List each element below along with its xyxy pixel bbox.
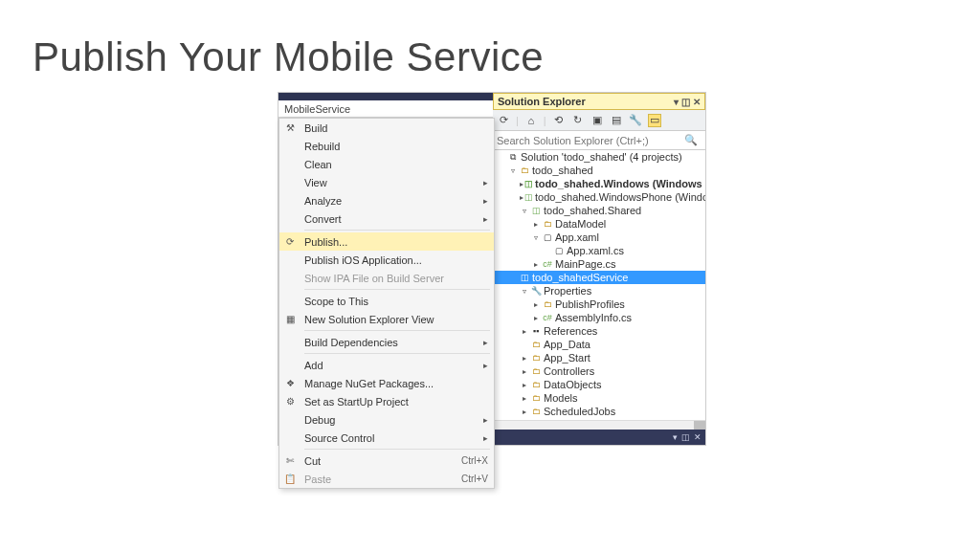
expand-icon[interactable]: ▸ (520, 354, 529, 363)
menu-item[interactable]: View▸ (279, 173, 494, 191)
menu-item[interactable]: ⚒Build (279, 119, 494, 137)
menu-item[interactable]: Convert▸ (279, 209, 494, 228)
menu-item[interactable]: ⚙Set as StartUp Project (279, 392, 494, 410)
submenu-arrow-icon: ▸ (483, 361, 488, 370)
tree-row[interactable]: ▸🗀DataModel (493, 217, 705, 231)
expand-icon[interactable]: ▿ (520, 287, 529, 296)
toolbar-icon[interactable]: ↻ (571, 114, 585, 127)
node-label: todo_shahed.Shared (544, 205, 641, 216)
menu-item[interactable]: ✄CutCtrl+X (279, 452, 494, 470)
tree-row[interactable]: ◫todo_shahedService (493, 271, 705, 284)
expand-icon[interactable]: ▿ (508, 166, 518, 175)
menu-item[interactable]: ❖Manage NuGet Packages... (279, 374, 494, 392)
tree-row[interactable]: ⧉Solution 'todo_shahed' (4 projects) (493, 150, 705, 164)
tree-row[interactable]: ▿◫todo_shahed.Shared (493, 204, 705, 217)
menu-item[interactable]: Publish iOS Application... (279, 251, 494, 269)
horizontal-scrollbar[interactable] (493, 420, 705, 430)
close-icon[interactable]: ✕ (693, 97, 701, 107)
toolbar-icon[interactable]: ⟲ (552, 114, 566, 127)
menu-item[interactable]: Scope to This (279, 292, 494, 310)
menu-item[interactable]: Analyze▸ (279, 191, 494, 209)
tree-row[interactable]: ▸🗀Models (493, 391, 705, 405)
menu-item[interactable]: ▦New Solution Explorer View (279, 310, 494, 328)
menu-item-label: Convert (304, 213, 342, 225)
tree-row[interactable]: ▿▢App.xaml (493, 231, 705, 244)
menu-item-label: Add (304, 360, 323, 371)
tree-row[interactable]: ▸◫todo_shahed.WindowsPhone (Windo (493, 190, 705, 204)
page-title: Publish Your Mobile Service (33, 34, 544, 80)
expand-icon[interactable]: ▸ (531, 220, 541, 229)
menu-icon: ▦ (283, 314, 297, 324)
tree-row[interactable]: ▸c#AssemblyInfo.cs (493, 311, 705, 324)
expand-icon[interactable]: ▸ (531, 300, 541, 309)
menu-item-label: Clean (304, 159, 332, 170)
menu-item-label: Cut (304, 455, 321, 467)
pin-icon[interactable]: ◫ (681, 97, 690, 107)
expand-icon[interactable]: ▸ (531, 260, 541, 269)
menu-separator (304, 449, 490, 450)
tree-row[interactable]: ▸▪▪References (493, 324, 705, 338)
expand-icon[interactable]: ▿ (531, 233, 541, 242)
solution-explorer: Solution Explorer ▾ ◫ ✕ ⟳|⌂|⟲↻▣▤🔧▭ 🔍 ⧉So… (493, 93, 705, 445)
menu-item: Show IPA File on Build Server (279, 269, 494, 287)
panel-header[interactable]: Solution Explorer ▾ ◫ ✕ (493, 93, 705, 110)
expand-icon[interactable]: ▿ (520, 207, 529, 215)
tree-row[interactable]: ▸🗀DataObjects (493, 378, 705, 391)
expand-icon[interactable]: ▸ (531, 314, 541, 322)
menu-item-label: Show IPA File on Build Server (304, 273, 444, 284)
tree-row[interactable]: ▸🗀App_Start (493, 351, 705, 364)
search-icon[interactable]: 🔍 (680, 134, 702, 146)
tree-row[interactable]: ▸🗀Controllers (493, 364, 705, 378)
toolbar-icon[interactable]: 🔧 (629, 114, 642, 127)
menu-item-label: Debug (304, 414, 335, 426)
search-input[interactable] (497, 135, 680, 146)
node-label: todo_shahedService (532, 272, 628, 283)
close-icon[interactable]: ✕ (694, 432, 702, 442)
node-label: todo_shahed.Windows (Windows 8. (535, 178, 705, 189)
tree-row[interactable]: ▸🗀PublishProfiles (493, 298, 705, 311)
menu-item[interactable]: Add▸ (279, 356, 494, 374)
tree-row[interactable]: ▿🔧Properties (493, 284, 705, 298)
expand-icon[interactable]: ▸ (520, 180, 523, 188)
menu-item-label: Build Dependencies (304, 337, 398, 348)
node-label: References (544, 325, 597, 337)
menu-icon: ✄ (283, 455, 297, 466)
node-icon: ◫ (524, 192, 533, 202)
node-icon: ◫ (519, 273, 530, 282)
expand-icon[interactable]: ▸ (520, 394, 529, 403)
node-icon: 🗀 (542, 299, 553, 309)
expand-icon[interactable]: ▸ (520, 381, 529, 389)
expand-icon[interactable]: ▸ (520, 408, 529, 416)
menu-item-label: Publish iOS Application... (304, 254, 422, 266)
toolbar-icon[interactable]: ▣ (590, 114, 604, 127)
menu-item[interactable]: Clean (279, 155, 494, 173)
tree-row[interactable]: ▸◫todo_shahed.Windows (Windows 8. (493, 177, 705, 190)
pin-icon[interactable]: ◫ (681, 432, 690, 442)
node-label: MainPage.cs (555, 258, 616, 270)
node-label: ScheduledJobs (544, 406, 615, 417)
toolbar-icon[interactable]: ⌂ (524, 114, 538, 127)
expand-icon[interactable]: ▸ (520, 367, 529, 376)
tree-row[interactable]: ▸c#MainPage.cs (493, 257, 705, 271)
tree-row[interactable]: 🗀App_Data (493, 338, 705, 351)
tree-row[interactable]: ▸🗀ScheduledJobs (493, 405, 705, 418)
dropdown-icon[interactable]: ▾ (674, 97, 679, 107)
node-icon: c# (542, 259, 553, 269)
tree-row[interactable]: ▿🗀todo_shahed (493, 164, 705, 177)
menu-item[interactable]: Source Control▸ (279, 429, 494, 447)
expand-icon[interactable]: ▸ (520, 327, 529, 336)
menu-item[interactable]: Rebuild (279, 137, 494, 155)
menu-item[interactable]: ⟳Publish... (279, 232, 494, 251)
dropdown-icon[interactable]: ▾ (673, 432, 678, 442)
expand-icon[interactable]: ▸ (520, 193, 523, 202)
solution-tree[interactable]: ⧉Solution 'todo_shahed' (4 projects)▿🗀to… (493, 150, 705, 445)
toolbar-icon[interactable]: ⟳ (497, 114, 510, 127)
menu-item[interactable]: Debug▸ (279, 410, 494, 429)
menu-item[interactable]: Build Dependencies▸ (279, 333, 494, 351)
tree-row[interactable]: ▢App.xaml.cs (493, 244, 705, 257)
toolbar-icon[interactable]: ▭ (648, 114, 661, 127)
node-label: App_Start (544, 352, 590, 364)
node-label: Controllers (544, 365, 594, 377)
toolbar-icon[interactable]: ▤ (610, 114, 623, 127)
menu-separator (304, 289, 490, 290)
